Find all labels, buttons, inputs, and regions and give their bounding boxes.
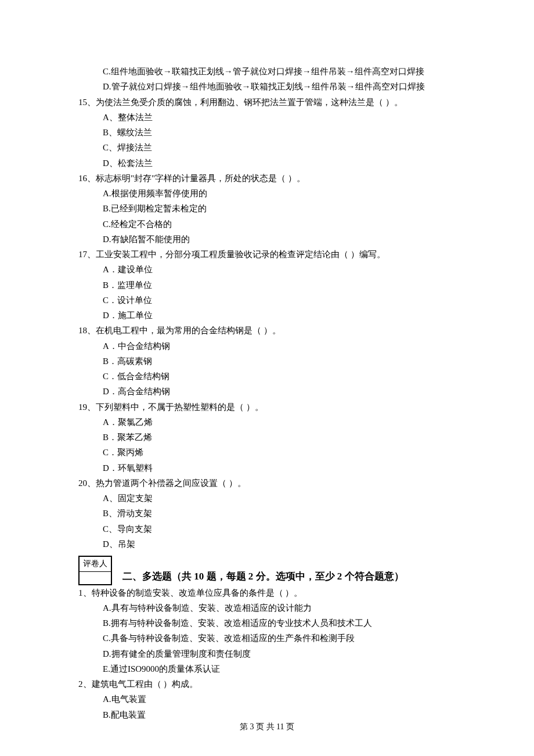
page-footer: 第 3 页 共 11 页: [0, 720, 534, 735]
question-num: 1、: [78, 588, 92, 597]
question-num: 15、: [78, 98, 96, 107]
q15-option-d: D、松套法兰: [78, 156, 456, 171]
q19-option-d: D．环氧塑料: [78, 460, 456, 476]
q18-option-a: A．中合金结构钢: [78, 339, 456, 354]
question-num: 19、: [78, 402, 96, 412]
question-15: 15、为使法兰免受介质的腐蚀，利用翻边、钢环把法兰置于管端，这种法兰是（ ）。: [78, 95, 456, 110]
q16-option-b: B.已经到期检定暂未检定的: [78, 201, 456, 216]
q16-option-a: A.根据使用频率暂停使用的: [78, 186, 456, 201]
q17-option-a: A．建设单位: [78, 262, 456, 277]
q15-option-b: B、螺纹法兰: [78, 125, 456, 140]
q15-option-c: C、焊接法兰: [78, 140, 456, 155]
q17-option-d: D．施工单位: [78, 308, 456, 323]
question-num: 2、: [78, 679, 92, 689]
mq1-option-a: A.具有与特种设备制造、安装、改造相适应的设计能力: [78, 600, 456, 615]
q19-option-a: A．聚氯乙烯: [78, 415, 456, 430]
question-stem: 下列塑料中，不属于热塑性塑料的是（ ）。: [96, 402, 264, 412]
q16-option-c: C.经检定不合格的: [78, 217, 456, 232]
multi-question-2: 2、建筑电气工程由（ ）构成。: [78, 676, 456, 692]
question-16: 16、标志标明"封存"字样的计量器具，所处的状态是（ ）。: [78, 171, 456, 186]
question-17: 17、工业安装工程中，分部分项工程质量验收记录的检查评定结论由（ ）编写。: [78, 247, 456, 262]
mq1-option-d: D.拥有健全的质量管理制度和责任制度: [78, 646, 456, 661]
question-stem: 特种设备的制造安装、改造单位应具备的条件是（ ）。: [92, 588, 303, 597]
question-stem: 热力管道两个补偿器之间应设置（ ）。: [96, 478, 246, 488]
grader-blank: [80, 571, 111, 584]
q20-option-b: B、滑动支架: [78, 506, 456, 521]
q15-option-a: A、整体法兰: [78, 110, 456, 125]
mq1-option-e: E.通过ISO9000的质量体系认证: [78, 661, 456, 676]
q20-option-c: C、导向支架: [78, 521, 456, 537]
question-num: 18、: [78, 326, 96, 335]
mq2-option-a: A.电气装置: [78, 692, 456, 707]
q19-option-b: B．聚苯乙烯: [78, 430, 456, 445]
question-num: 20、: [78, 478, 96, 488]
section-2-heading: 二、多选题（共 10 题，每题 2 分。选项中，至少 2 个符合题意）: [112, 568, 404, 585]
grader-label: 评卷人: [80, 557, 111, 572]
q16-option-d: D.有缺陷暂不能使用的: [78, 232, 456, 247]
question-18: 18、在机电工程中，最为常用的合金结构钢是（ ）。: [78, 323, 456, 338]
mq1-option-b: B.拥有与特种设备制造、安装、改造相适应的专业技术人员和技术工人: [78, 615, 456, 631]
q18-option-b: B．高碳素钢: [78, 354, 456, 369]
question-19: 19、下列塑料中，不属于热塑性塑料的是（ ）。: [78, 399, 456, 415]
prev-question-option-c: C.组件地面验收→联箱找正划线→管子就位对口焊接→组件吊装→组件高空对口焊接: [78, 64, 456, 79]
q19-option-c: C．聚丙烯: [78, 445, 456, 460]
multi-question-1: 1、特种设备的制造安装、改造单位应具备的条件是（ ）。: [78, 585, 456, 600]
q18-option-d: D．高合金结构钢: [78, 384, 456, 399]
grader-box: 评卷人: [78, 556, 112, 585]
q17-option-b: B．监理单位: [78, 278, 456, 293]
question-stem: 建筑电气工程由（ ）构成。: [92, 679, 199, 689]
prev-question-option-d: D.管子就位对口焊接→组件地面验收→联箱找正划线→组件吊装→组件高空对口焊接: [78, 79, 456, 94]
question-num: 16、: [78, 174, 96, 183]
question-stem: 为使法兰免受介质的腐蚀，利用翻边、钢环把法兰置于管端，这种法兰是（ ）。: [96, 98, 403, 107]
question-stem: 标志标明"封存"字样的计量器具，所处的状态是（ ）。: [96, 174, 305, 183]
q18-option-c: C．低合金结构钢: [78, 369, 456, 384]
question-num: 17、: [78, 250, 96, 259]
question-stem: 工业安装工程中，分部分项工程质量验收记录的检查评定结论由（ ）编写。: [96, 250, 385, 259]
mq1-option-c: C.具备与特种设备制造、安装、改造相适应的生产条件和检测手段: [78, 631, 456, 646]
question-stem: 在机电工程中，最为常用的合金结构钢是（ ）。: [96, 326, 281, 335]
q20-option-a: A、固定支架: [78, 491, 456, 506]
q17-option-c: C．设计单位: [78, 293, 456, 308]
question-20: 20、热力管道两个补偿器之间应设置（ ）。: [78, 476, 456, 491]
q20-option-d: D、吊架: [78, 537, 456, 552]
